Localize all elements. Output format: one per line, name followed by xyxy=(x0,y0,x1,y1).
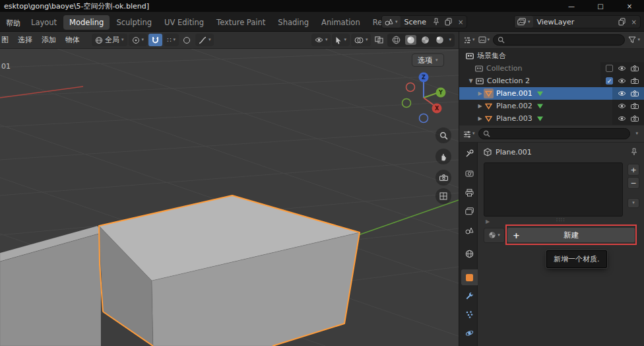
hide-eye-icon[interactable] xyxy=(618,65,626,71)
browse-material-dropdown[interactable]: ▾ xyxy=(484,228,505,243)
unselected-slab-object[interactable] xyxy=(0,226,101,346)
render-camera-icon[interactable] xyxy=(631,116,639,121)
tab-view-layer[interactable] xyxy=(461,203,478,219)
tab-scene[interactable] xyxy=(461,223,478,238)
selectability-dropdown[interactable]: ▾ xyxy=(332,34,350,46)
display-mode-dropdown[interactable]: ▾ xyxy=(478,36,490,44)
maximize-button[interactable]: □ xyxy=(586,0,615,12)
view-layer-name[interactable]: ViewLayer xyxy=(533,18,616,26)
remove-view-layer-icon[interactable]: × xyxy=(628,18,640,26)
properties-search[interactable] xyxy=(478,128,631,139)
row-plane-003[interactable]: ▶ Plane.003 xyxy=(459,112,644,125)
proportional-editing-toggle[interactable] xyxy=(180,34,194,46)
exclude-checkbox[interactable]: ✓ xyxy=(606,77,613,85)
outliner-search-input[interactable] xyxy=(507,36,620,44)
menu-add[interactable]: 添加 xyxy=(38,33,60,47)
snap-target-dropdown[interactable]: ▾ xyxy=(129,34,148,46)
expand-arrow-icon[interactable]: ▶ xyxy=(476,103,484,109)
shading-solid-button[interactable] xyxy=(405,35,416,45)
editor-type-dropdown[interactable]: ▾ xyxy=(463,36,475,44)
remove-slot-button[interactable]: − xyxy=(628,177,639,189)
tab-tool[interactable] xyxy=(461,145,478,161)
chevron-down-icon[interactable]: ▾ xyxy=(633,131,640,136)
unlink-scene-icon[interactable]: × xyxy=(455,18,467,26)
tab-physics[interactable] xyxy=(461,325,478,341)
zoom-tool-button[interactable] xyxy=(435,127,451,143)
snap-options-dropdown[interactable]: ∷ ▾ xyxy=(164,34,179,46)
expand-arrow-icon[interactable]: ▶ xyxy=(476,116,484,121)
row-plane-001[interactable]: ▶ Plane.001 xyxy=(459,87,644,100)
collapse-arrow-icon[interactable]: ▼ xyxy=(467,78,474,84)
tab-render[interactable] xyxy=(461,165,478,181)
new-material-button[interactable]: + 新建 xyxy=(507,227,635,243)
tab-animation[interactable]: Animation xyxy=(315,15,366,30)
outliner-search[interactable] xyxy=(493,34,625,46)
menu-view[interactable]: 图 xyxy=(0,33,13,47)
material-slot-list[interactable] xyxy=(484,162,623,217)
gizmo-minus-z-axis[interactable] xyxy=(420,114,428,123)
pan-tool-button[interactable] xyxy=(435,149,451,164)
xray-toggle[interactable] xyxy=(372,34,386,46)
tab-layout[interactable]: Layout xyxy=(25,15,63,30)
tab-shading[interactable]: Shading xyxy=(272,15,315,30)
pin-scene-button[interactable] xyxy=(430,16,442,28)
visibility-dropdown[interactable]: ▾ xyxy=(311,34,331,46)
gizmo-x-label: X xyxy=(435,106,439,112)
pin-id-button[interactable] xyxy=(631,148,637,158)
tab-output[interactable] xyxy=(461,185,478,201)
expand-arrow-icon[interactable]: ▶ xyxy=(476,90,484,96)
row-collection[interactable]: Collection xyxy=(459,62,644,75)
slot-specials-dropdown[interactable]: ▾ xyxy=(628,198,639,208)
menu-object[interactable]: 物体 xyxy=(61,33,84,47)
properties-editor-dropdown[interactable]: ▾ xyxy=(463,130,475,138)
falloff-dropdown[interactable]: ▾ xyxy=(195,34,214,46)
menu-help[interactable]: 帮助 xyxy=(0,17,26,30)
tab-uv-editing[interactable]: UV Editing xyxy=(158,15,210,30)
filter-dropdown[interactable]: ▾ xyxy=(628,36,640,44)
render-camera-icon[interactable] xyxy=(631,65,639,71)
row-collection-2[interactable]: ▼ Collection 2 ✓ xyxy=(459,75,644,87)
tab-particles[interactable] xyxy=(461,306,478,322)
shading-rendered-button[interactable] xyxy=(434,35,445,45)
snap-toggle[interactable] xyxy=(148,34,162,46)
hide-eye-icon[interactable] xyxy=(618,90,626,96)
tab-texture-paint[interactable]: Texture Paint xyxy=(210,15,271,30)
add-slot-button[interactable]: + xyxy=(628,164,639,176)
new-scene-button[interactable] xyxy=(442,16,455,28)
close-button[interactable]: × xyxy=(615,0,644,12)
selected-box-object[interactable] xyxy=(99,195,360,346)
tab-world[interactable] xyxy=(461,246,478,261)
hide-eye-icon[interactable] xyxy=(618,116,626,121)
hide-eye-icon[interactable] xyxy=(618,78,626,84)
transform-orientation-dropdown[interactable]: 全局 ▾ xyxy=(92,34,127,46)
tab-modifiers[interactable] xyxy=(461,288,478,304)
camera-view-button[interactable] xyxy=(435,170,451,186)
navigation-gizmo[interactable]: Z Y X xyxy=(395,67,454,127)
minimize-button[interactable]: — xyxy=(557,0,586,12)
scene-name[interactable]: Scene xyxy=(401,18,431,26)
shading-material-button[interactable] xyxy=(420,35,431,45)
gizmo-minus-x-axis[interactable] xyxy=(406,83,415,92)
row-scene-collection[interactable]: 场景集合 xyxy=(459,50,644,62)
view-layer-browse-button[interactable]: ▾ xyxy=(515,16,533,28)
gizmo-minus-y-axis[interactable] xyxy=(402,99,411,108)
tab-modeling[interactable]: Modeling xyxy=(63,15,110,30)
options-dropdown[interactable]: 选项 ▾ xyxy=(412,53,444,67)
row-plane-002[interactable]: ▶ Plane.002 xyxy=(459,100,644,112)
tab-sculpting[interactable]: Sculpting xyxy=(110,15,158,30)
menu-select[interactable]: 选择 xyxy=(14,33,36,47)
tab-object[interactable] xyxy=(461,269,478,285)
orthographic-toggle-button[interactable] xyxy=(435,188,451,204)
properties-search-input[interactable] xyxy=(493,130,626,137)
hide-eye-icon[interactable] xyxy=(618,103,626,109)
resize-grip-icon[interactable]: ∷∷ xyxy=(478,217,644,223)
scene-browse-button[interactable]: ▾ xyxy=(382,16,401,28)
exclude-checkbox[interactable] xyxy=(606,65,613,72)
3d-viewport[interactable]: 01 选项 ▾ Z Y X xyxy=(0,49,459,346)
new-view-layer-button[interactable] xyxy=(616,16,628,28)
shading-wireframe-button[interactable] xyxy=(391,35,402,45)
render-camera-icon[interactable] xyxy=(631,78,639,84)
render-camera-icon[interactable] xyxy=(631,90,639,96)
overlays-dropdown[interactable]: ▾ xyxy=(351,34,371,46)
render-camera-icon[interactable] xyxy=(631,103,639,109)
